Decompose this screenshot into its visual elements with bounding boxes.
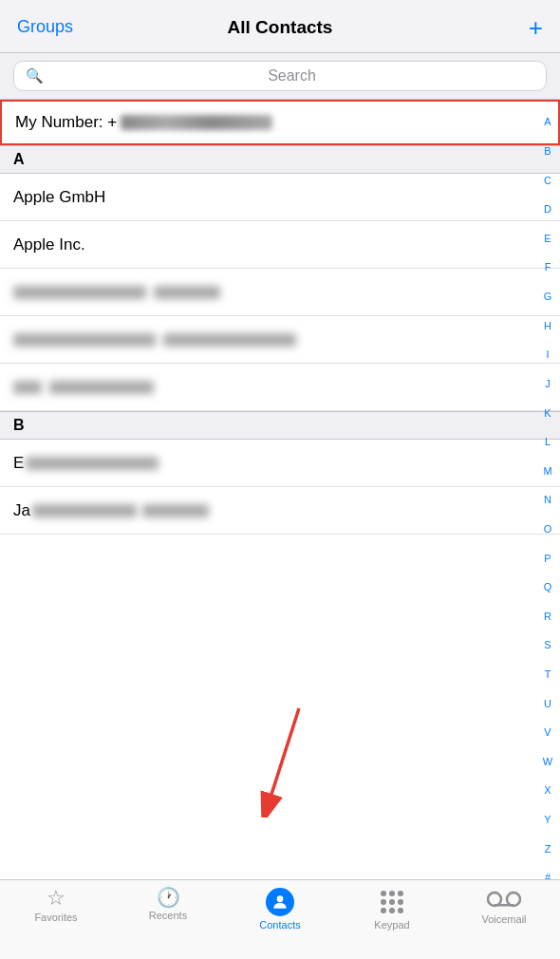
list-item[interactable]: Apple Inc. [0,221,560,269]
search-icon: 🔍 [26,67,44,85]
contact-name-prefix: Ja [13,501,30,520]
alpha-v[interactable]: V [544,726,551,739]
tab-contacts[interactable]: Contacts [224,888,336,931]
section-header-b: B [0,411,560,440]
tab-favorites[interactable]: ☆ Favorites [0,888,112,923]
contact-name-redacted-2 [163,333,296,347]
annotation-arrow [242,704,318,821]
page-title: All Contacts [74,17,486,38]
alpha-r[interactable]: R [544,611,551,623]
alpha-w[interactable]: W [543,756,552,768]
alpha-s[interactable]: S [544,639,551,651]
tab-keypad[interactable]: Keypad [336,888,448,931]
contact-name-redacted-2 [49,381,154,394]
tab-recents[interactable]: 🕐 Recents [112,888,224,921]
svg-point-2 [277,895,284,902]
svg-point-3 [488,893,501,906]
list-item[interactable] [0,269,560,316]
contact-name-redacted-2 [142,504,209,517]
tab-voicemail[interactable]: Voicemail [448,888,560,925]
search-bar: 🔍 [0,53,560,100]
contacts-list: My Number: + A Apple GmbH Apple Inc. B E… [0,100,560,901]
groups-button[interactable]: Groups [17,17,74,37]
contacts-icon [266,888,294,916]
list-item[interactable]: Apple GmbH [0,174,560,221]
tab-voicemail-label: Voicemail [481,913,526,925]
svg-rect-5 [495,904,513,907]
alpha-y[interactable]: Y [544,814,551,826]
my-number-row[interactable]: My Number: + [0,100,560,145]
tab-contacts-label: Contacts [259,919,300,931]
alpha-u[interactable]: U [544,698,551,710]
tab-keypad-label: Keypad [374,919,409,931]
list-item[interactable] [0,364,560,411]
svg-point-4 [507,893,520,906]
contact-name-redacted [13,333,156,347]
navigation-bar: Groups All Contacts + [0,0,560,53]
contact-name-redacted [26,457,159,470]
contact-name-prefix: E [13,454,24,473]
alpha-z[interactable]: Z [545,843,551,856]
section-header-a: A [0,145,560,174]
tab-recents-label: Recents [149,910,187,921]
list-item[interactable] [0,316,560,364]
alpha-t[interactable]: T [545,668,551,681]
alpha-p[interactable]: P [544,553,551,565]
add-contact-button[interactable]: + [486,15,543,40]
contact-name-redacted-2 [154,286,220,299]
search-input[interactable] [49,67,534,85]
my-number-value-redacted [121,115,272,130]
keypad-icon [378,888,406,916]
tab-bar: ☆ Favorites 🕐 Recents Contacts [0,879,560,959]
alpha-q[interactable]: Q [544,581,552,593]
favorites-icon: ☆ [47,888,65,909]
list-item[interactable]: E [0,440,560,487]
list-item[interactable]: Ja [0,487,560,535]
search-input-container[interactable]: 🔍 [13,61,547,91]
recents-icon: 🕐 [157,888,180,907]
contact-name: Apple GmbH [13,188,105,207]
alpha-x[interactable]: X [544,784,551,797]
voicemail-icon [487,888,521,911]
tab-favorites-label: Favorites [34,912,77,923]
contact-name-redacted [32,504,137,517]
my-number-label: My Number: + [15,113,117,132]
contact-name-redacted [13,286,146,299]
contact-name-redacted [13,381,42,394]
svg-line-1 [269,708,299,803]
contact-name: Apple Inc. [13,235,85,254]
